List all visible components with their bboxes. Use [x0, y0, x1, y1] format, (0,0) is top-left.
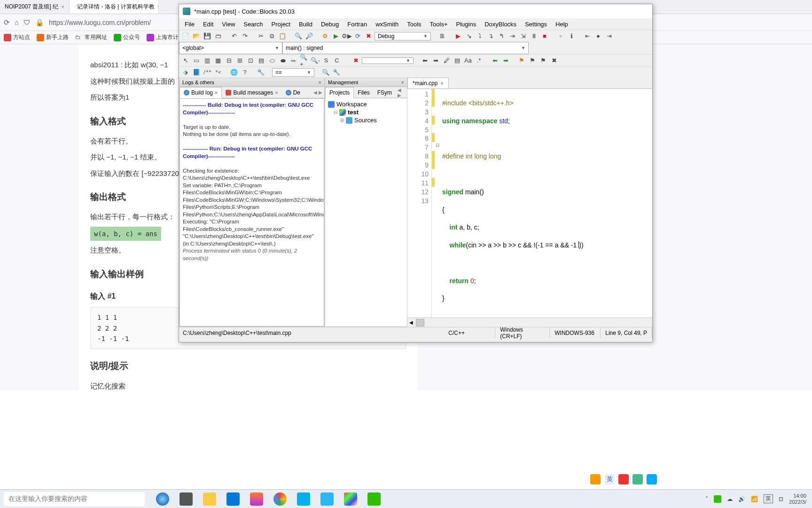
- menu-search[interactable]: Search: [240, 19, 266, 29]
- break-block-icon[interactable]: ⊟: [224, 56, 234, 65]
- close-icon[interactable]: ×: [440, 80, 443, 86]
- music-icon[interactable]: [297, 492, 310, 506]
- prev-bookmark-icon[interactable]: ⬅: [490, 56, 500, 65]
- menu-plugins[interactable]: Plugins: [453, 19, 480, 29]
- paste-icon[interactable]: 📋: [278, 32, 287, 41]
- build-log-tab[interactable]: Build log×: [180, 87, 222, 98]
- rebuild-icon[interactable]: ⟳: [353, 32, 362, 41]
- wechat-tray-icon[interactable]: [714, 495, 721, 503]
- doxy-icon[interactable]: ⬗: [181, 68, 190, 77]
- bookmark-item[interactable]: 新手上路: [37, 33, 69, 41]
- scroll-left-icon[interactable]: ◀: [407, 320, 415, 325]
- menu-settings[interactable]: Settings: [521, 19, 551, 29]
- fsymbols-tab[interactable]: FSym: [374, 87, 396, 98]
- menu-tools[interactable]: Tools: [403, 19, 425, 29]
- menu-file[interactable]: File: [181, 19, 198, 29]
- settings-icon[interactable]: 🔧: [256, 68, 265, 77]
- chart-icon[interactable]: C: [332, 56, 342, 65]
- ime-mode-icon[interactable]: ⊡: [779, 496, 783, 502]
- help-icon[interactable]: ?: [240, 68, 250, 77]
- find-icon[interactable]: 🔍: [294, 32, 303, 41]
- tab-nav[interactable]: ◀ ▶: [396, 87, 407, 98]
- files-tab[interactable]: Files: [354, 87, 373, 98]
- step-instr-icon[interactable]: ⇲: [518, 32, 528, 41]
- bookmark-item[interactable]: 🗀常用网址: [75, 33, 107, 41]
- bookmark-item[interactable]: 方站点: [4, 33, 30, 41]
- reload-icon[interactable]: ⟳: [4, 18, 10, 27]
- menu-doxyblocks[interactable]: DoxyBlocks: [481, 19, 520, 29]
- browser-tab-1[interactable]: NOIP2007 普及组] 纪 ×: [0, 0, 70, 14]
- menu-build[interactable]: Build: [295, 19, 316, 29]
- tree-workspace[interactable]: Workspace: [328, 100, 404, 108]
- menu-toolsplus[interactable]: Tools+: [426, 19, 452, 29]
- menu-help[interactable]: Help: [552, 19, 572, 29]
- jump-fwd-icon[interactable]: ⇥: [604, 32, 614, 41]
- taskbar-clock[interactable]: 14:00 2022/3/: [789, 493, 806, 505]
- horizontal-scrollbar[interactable]: ◀: [407, 318, 652, 327]
- next-bookmark-icon[interactable]: ➡: [501, 56, 510, 65]
- browser-tab-2[interactable]: 记录详情 - 洛谷 | 计算机科学教 ×: [70, 0, 159, 14]
- expand-icon[interactable]: ⊟: [334, 110, 337, 115]
- instruction-icon[interactable]: ▥: [203, 56, 212, 65]
- do-icon[interactable]: ⬬: [278, 56, 288, 65]
- debug-windows-icon[interactable]: ▫: [556, 32, 565, 41]
- options-icon[interactable]: 🔧: [332, 68, 341, 77]
- redo-icon[interactable]: ↷: [240, 32, 250, 41]
- bookmark-item[interactable]: 公众号: [114, 33, 140, 41]
- store-icon[interactable]: [226, 492, 240, 506]
- menu-view[interactable]: View: [218, 19, 239, 29]
- prev-flag-icon[interactable]: ⚑: [528, 56, 537, 65]
- build-log-body[interactable]: ------------- Build: Debug in test (comp…: [180, 98, 324, 326]
- source-text[interactable]: #include <bits/stdc++.h> using namespace…: [440, 89, 586, 318]
- taskbar-search[interactable]: 在这里输入你要搜索的内容: [4, 492, 145, 506]
- expand-icon[interactable]: ⊞: [340, 118, 344, 123]
- zoom-out-icon[interactable]: 🔍-: [311, 56, 320, 65]
- jump-back-icon[interactable]: ⇤: [583, 32, 592, 41]
- build-icon[interactable]: ⚙: [320, 32, 330, 41]
- fold-gutter[interactable]: ⊟: [435, 89, 440, 318]
- last-jump-icon[interactable]: ●: [593, 32, 603, 41]
- select-icon[interactable]: ↖: [181, 56, 190, 65]
- chrome-icon[interactable]: [273, 492, 287, 506]
- undo-icon[interactable]: ↶: [229, 32, 239, 41]
- doc-icon[interactable]: 📘: [192, 68, 201, 77]
- regex-icon[interactable]: .*: [474, 56, 484, 65]
- block-icon[interactable]: ▦: [213, 56, 223, 65]
- ime-indicator[interactable]: 英: [604, 474, 615, 484]
- close-icon[interactable]: ×: [215, 90, 218, 95]
- close-icon[interactable]: ×: [157, 4, 159, 10]
- shield-icon[interactable]: 🛡: [23, 18, 31, 26]
- cloud-icon[interactable]: [320, 492, 334, 506]
- scroll-thumb[interactable]: [416, 319, 424, 326]
- compare-select[interactable]: ==▼: [272, 68, 314, 77]
- cut-icon[interactable]: ✂: [256, 32, 265, 41]
- ime-icon[interactable]: 英: [764, 494, 773, 503]
- save-icon[interactable]: 💾: [203, 32, 212, 41]
- scope-global-select[interactable]: <global>▼: [179, 42, 282, 54]
- comment-block-icon[interactable]: /**: [203, 68, 212, 77]
- run-to-cursor-icon[interactable]: ↘: [464, 32, 474, 41]
- build-run-icon[interactable]: ⚙▶: [342, 32, 351, 41]
- menu-fortran[interactable]: Fortran: [344, 19, 371, 29]
- explorer-icon[interactable]: [203, 492, 216, 506]
- decision-icon[interactable]: ▭: [192, 56, 201, 65]
- titlebar[interactable]: *main.cpp [test] - Code::Blocks 20.03: [179, 4, 652, 18]
- debug-run-icon[interactable]: ▶: [453, 32, 463, 41]
- debugger-tab[interactable]: De: [282, 87, 304, 98]
- home-icon[interactable]: ⌂: [15, 18, 19, 26]
- selected-text-icon[interactable]: ▤: [453, 56, 462, 65]
- next-instr-icon[interactable]: ⇥: [508, 32, 517, 41]
- close-icon[interactable]: ×: [275, 90, 278, 95]
- close-icon[interactable]: ×: [319, 79, 321, 85]
- open-icon[interactable]: 📂: [192, 32, 201, 41]
- build-target-select[interactable]: Debug▼: [375, 32, 431, 40]
- replace-icon[interactable]: 🔎: [304, 32, 314, 41]
- match-case-icon[interactable]: Aa: [463, 56, 473, 65]
- break-icon[interactable]: ⏸: [529, 32, 539, 41]
- stop-debug-icon[interactable]: ■: [540, 32, 549, 41]
- next-flag-icon[interactable]: ⚑: [539, 56, 548, 65]
- volume-icon[interactable]: 🔊: [738, 496, 745, 502]
- code-editor[interactable]: 12345678910111213 ⊟ #include <bits/stdc+…: [407, 89, 652, 318]
- step-out-icon[interactable]: ↰: [497, 32, 506, 41]
- debug-info-icon[interactable]: 🗎: [437, 32, 447, 41]
